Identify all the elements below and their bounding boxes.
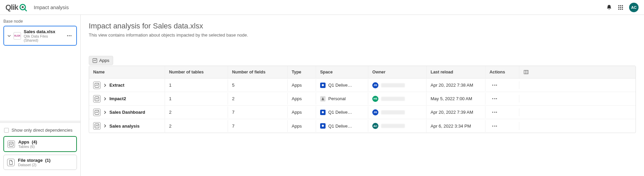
svg-rect-14: [524, 70, 528, 74]
col-space[interactable]: Space: [316, 66, 368, 78]
top-bar: Qlik Impact analysis AC: [0, 0, 644, 15]
tab-apps[interactable]: Apps: [89, 56, 113, 65]
row-fields: 7: [228, 106, 288, 118]
apps-grid-icon[interactable]: [618, 4, 624, 10]
shared-space-icon: [320, 110, 326, 115]
table-row[interactable]: Sales analysis27AppsQ1 Delive…ACApr 6, 2…: [89, 119, 636, 133]
column-picker-button[interactable]: [519, 66, 533, 78]
row-type: Apps: [288, 106, 316, 118]
row-fields: 5: [228, 79, 288, 91]
owner-avatar: JG: [372, 109, 378, 115]
svg-rect-7: [620, 7, 621, 8]
owner-name-redacted: [381, 110, 405, 114]
apps-icon: [7, 140, 15, 148]
qlik-q-icon: [19, 3, 27, 12]
sidebar-item-file-storage[interactable]: File storage (1) Dataset (2): [3, 155, 77, 170]
row-reload: Apr 20, 2022 7:39 AM: [427, 106, 485, 118]
direct-dependencies-toggle[interactable]: Show only direct dependencies: [3, 126, 77, 136]
base-node-more-button[interactable]: [66, 34, 73, 38]
table-header: Name Number of tables Number of fields T…: [89, 66, 636, 79]
xlsx-icon: XLSX: [14, 32, 21, 40]
row-space: Q1 Delive…: [328, 110, 352, 115]
row-fields: 7: [228, 120, 288, 132]
owner-avatar: AC: [372, 123, 378, 129]
row-tables: 1: [165, 79, 228, 91]
col-tables[interactable]: Number of tables: [165, 66, 228, 78]
row-type: Apps: [288, 93, 316, 105]
chevron-right-icon: [103, 84, 107, 87]
chevron-right-icon: [103, 124, 107, 128]
base-node-card[interactable]: XLSX Sales data.xlsx Qlik Data Files (Sh…: [3, 26, 77, 46]
sidebar-apps-count: (4): [32, 139, 37, 145]
bell-icon[interactable]: [606, 4, 612, 10]
svg-rect-4: [620, 5, 621, 6]
sidebar-file-count: (1): [45, 158, 50, 163]
checkbox-icon: [4, 128, 9, 133]
owner-name-redacted: [381, 97, 405, 101]
main-description: This view contains information about obj…: [89, 32, 636, 38]
row-actions-button[interactable]: [492, 112, 497, 113]
row-tables: 2: [165, 120, 228, 132]
svg-rect-6: [618, 7, 619, 8]
row-actions-button[interactable]: [492, 85, 497, 86]
row-name: Sales Dashboard: [109, 110, 145, 115]
row-reload: Apr 6, 2022 3:34 PM: [427, 120, 485, 132]
col-reload[interactable]: Last reload: [427, 66, 485, 78]
svg-rect-11: [622, 8, 623, 9]
sidebar-file-sub: Dataset (2): [18, 163, 50, 167]
row-actions-button[interactable]: [492, 126, 497, 127]
app-icon: [93, 109, 101, 116]
row-reload: May 5, 2022 7:00 AM: [427, 93, 485, 105]
row-type: Apps: [288, 120, 316, 132]
sidebar-item-apps[interactable]: Apps (4) Tables (6): [3, 136, 77, 152]
col-actions: Actions: [485, 66, 519, 78]
row-reload: Apr 20, 2022 7:38 AM: [427, 79, 485, 91]
app-icon: [93, 122, 101, 130]
qlik-logo[interactable]: Qlik: [5, 3, 27, 12]
app-icon: [93, 82, 101, 89]
col-type[interactable]: Type: [288, 66, 316, 78]
table-row[interactable]: Extract15AppsQ1 Delive…JGApr 20, 2022 7:…: [89, 79, 636, 92]
main-title: Impact analysis for Sales data.xlsx: [89, 22, 636, 30]
col-name[interactable]: Name: [89, 66, 165, 78]
chevron-right-icon: [103, 97, 107, 101]
col-fields[interactable]: Number of fields: [228, 66, 288, 78]
svg-rect-9: [618, 8, 619, 9]
owner-avatar: HS: [372, 96, 378, 102]
file-icon: [7, 159, 15, 166]
row-name: Sales analysis: [109, 124, 140, 129]
base-node-name: Sales data.xlsx: [24, 29, 63, 34]
svg-rect-5: [622, 5, 623, 6]
base-node-label: Base node: [3, 19, 77, 24]
row-actions-button[interactable]: [492, 98, 497, 99]
tab-apps-label: Apps: [99, 58, 109, 63]
personal-space-icon: [320, 96, 326, 102]
apps-icon: [92, 58, 97, 63]
row-space: Q1 Delive…: [328, 124, 352, 129]
owner-name-redacted: [381, 83, 405, 87]
direct-dependencies-label: Show only direct dependencies: [12, 128, 72, 133]
row-type: Apps: [288, 79, 316, 91]
sidebar-file-title: File storage: [18, 158, 43, 163]
owner-avatar: JG: [372, 82, 378, 88]
row-space: Q1 Delive…: [328, 83, 352, 88]
columns-icon: [524, 70, 528, 74]
shared-space-icon: [320, 123, 326, 129]
sidebar: Base node XLSX Sales data.xlsx Qlik Data…: [0, 15, 81, 176]
sidebar-apps-sub: Tables (6): [18, 145, 37, 149]
svg-point-1: [22, 6, 24, 8]
table-row[interactable]: Sales Dashboard27AppsQ1 Delive…JGApr 20,…: [89, 106, 636, 119]
shared-space-icon: [320, 83, 326, 88]
page-title: Impact analysis: [34, 4, 69, 10]
chevron-down-icon: [7, 34, 11, 38]
row-name: Impact2: [109, 96, 126, 101]
user-avatar[interactable]: AC: [629, 3, 639, 12]
svg-line-2: [24, 9, 26, 11]
svg-rect-3: [618, 5, 619, 6]
col-owner[interactable]: Owner: [368, 66, 427, 78]
table-row[interactable]: Impact212AppsPersonalHSMay 5, 2022 7:00 …: [89, 92, 636, 106]
app-icon: [93, 95, 101, 103]
row-tables: 1: [165, 93, 228, 105]
owner-name-redacted: [381, 124, 405, 128]
base-node-source: Qlik Data Files (Shared): [24, 34, 63, 42]
